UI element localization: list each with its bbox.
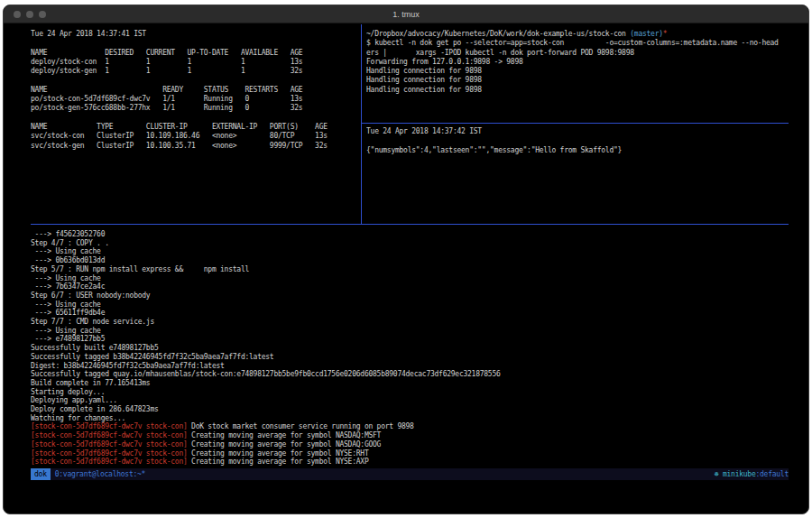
log-line: [stock-con-5d7df689cf-dwc7v stock-con] D… (31, 422, 789, 431)
shell-prompt: ~/Dropbox/advocacy/Kubernetes/DoK/work/d… (366, 30, 789, 39)
log-line: [stock-con-5d7df689cf-dwc7v stock-con] C… (31, 458, 789, 467)
log-prefix: [stock-con-5d7df689cf-dwc7v stock-con] (31, 440, 188, 449)
log-message: Creating moving average for symbol NASDA… (188, 431, 382, 439)
pane-skaffold-log[interactable]: ---> f45623052760 Step 4/7 : COPY . . --… (31, 230, 789, 467)
skaffold-build-output: ---> f45623052760 Step 4/7 : COPY . . --… (31, 230, 789, 422)
log-line: [stock-con-5d7df689cf-dwc7v stock-con] C… (31, 449, 789, 458)
pane-port-forward[interactable]: ~/Dropbox/advocacy/Kubernetes/DoK/work/d… (366, 30, 789, 122)
port-forward-output: $ kubectl -n dok get po --selector=app=s… (366, 39, 789, 95)
log-prefix: [stock-con-5d7df689cf-dwc7v stock-con] (31, 458, 188, 466)
log-prefix: [stock-con-5d7df689cf-dwc7v stock-con] (31, 431, 188, 439)
log-line: [stock-con-5d7df689cf-dwc7v stock-con] C… (31, 431, 789, 440)
log-prefix: [stock-con-5d7df689cf-dwc7v stock-con] (31, 422, 188, 430)
log-message: DoK stock market consumer service runnin… (188, 422, 414, 430)
log-prefix: [stock-con-5d7df689cf-dwc7v stock-con] (31, 449, 188, 458)
session-badge[interactable]: dok (31, 468, 51, 480)
titlebar: 1. tmux (4, 5, 808, 23)
kube-context: minikube (723, 470, 756, 478)
pane-curl-output[interactable]: Tue 24 Apr 2018 14:37:42 IST {"numsymbol… (366, 127, 789, 223)
kube-namespace: :default (755, 470, 789, 478)
pane-kubectl-watch[interactable]: Tue 24 Apr 2018 14:37:41 IST NAME DESIRE… (31, 30, 361, 223)
window-item[interactable]: 0:vagrant@localhost:~* (55, 468, 145, 480)
prompt-path: ~/Dropbox/advocacy/Kubernetes/DoK/work/d… (366, 30, 630, 38)
tmux-status-bar: dok 0:vagrant@localhost:~* ☸ minikube:de… (31, 468, 789, 480)
terminal-window: 1. tmux Tue 24 Apr 2018 14:37:41 IST NAM… (3, 5, 809, 514)
window-title: 1. tmux (4, 10, 808, 19)
status-right: ☸ minikube:default (715, 468, 789, 480)
log-message: Creating moving average for symbol NYSE:… (188, 449, 369, 458)
log-line: [stock-con-5d7df689cf-dwc7v stock-con] C… (31, 440, 789, 449)
tmux-content: Tue 24 Apr 2018 14:37:41 IST NAME DESIRE… (31, 24, 789, 514)
log-message: Creating moving average for symbol NASDA… (188, 440, 382, 449)
stock-con-log: [stock-con-5d7df689cf-dwc7v stock-con] D… (31, 422, 789, 467)
kubectl-watch-output: Tue 24 Apr 2018 14:37:41 IST NAME DESIRE… (31, 30, 361, 151)
pane-border-horizontal-right (361, 123, 789, 124)
git-branch-label: (master) (630, 30, 663, 38)
pane-border-vertical (361, 24, 362, 224)
log-message: Creating moving average for symbol NYSE:… (188, 458, 369, 466)
curl-response-output: Tue 24 Apr 2018 14:37:42 IST {"numsymbol… (366, 127, 789, 155)
kubernetes-icon: ☸ (715, 470, 723, 478)
pane-border-horizontal-full (31, 224, 789, 225)
git-dirty-flag: * (663, 30, 668, 38)
